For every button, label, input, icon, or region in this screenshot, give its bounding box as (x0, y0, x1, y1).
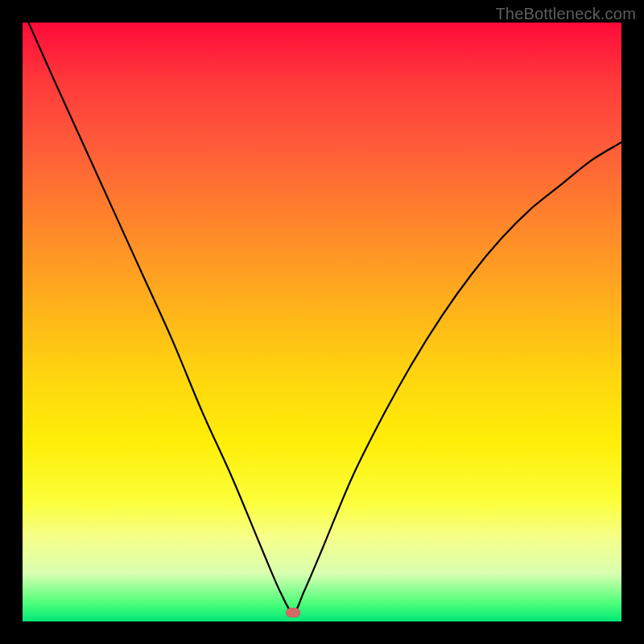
optimum-marker (286, 608, 300, 617)
curve-svg (23, 23, 621, 621)
chart-frame: TheBottleneck.com (0, 0, 644, 644)
watermark-text: TheBottleneck.com (495, 5, 636, 23)
plot-area (23, 23, 621, 621)
bottleneck-curve (28, 23, 621, 613)
